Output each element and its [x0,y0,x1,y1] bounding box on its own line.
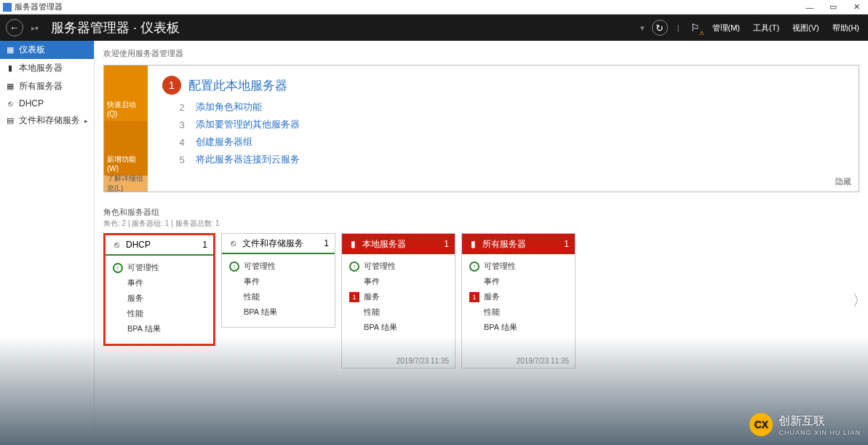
tile-row-label: BPA 结果 [484,322,517,333]
tile-body: ↑可管理性事件性能BPA 结果 [222,254,335,327]
nav-back-button[interactable]: ← [6,19,23,36]
tile-row[interactable]: 事件 [349,274,447,289]
tile-row[interactable]: 1服务 [469,289,568,304]
tile-row-label: 性能 [484,307,500,318]
quickstart-content: 1 配置此本地服务器 2 添加角色和功能 3 添加要管理的其他服务器 4 创建服… [148,66,859,192]
tile-row[interactable]: 性能 [469,304,568,320]
tile-title: DHCP [126,240,151,250]
tile-row-label: 事件 [364,276,380,287]
sidebar-item-local-server[interactable]: ▮ 本地服务器 [0,59,94,77]
tile-0[interactable]: ⎋DHCP1↑可管理性事件服务性能BPA 结果 [103,233,215,346]
qs-tab-quickstart[interactable]: 快速启动(Q) [104,66,148,121]
window-controls: — ▭ ✕ [801,1,865,13]
qs-tab-learnmore[interactable]: 了解详细信息(L) [104,176,148,192]
spacer [469,277,479,287]
quickstart-box: 快速启动(Q) 新增功能(W) 了解详细信息(L) 1 配置此本地服务器 2 添… [103,65,859,192]
sidebar-item-all-servers[interactable]: ▦ 所有服务器 [0,77,94,95]
tile-row[interactable]: ↑可管理性 [113,260,206,275]
tile-row[interactable]: 性能 [229,289,327,304]
tile-count: 1 [202,240,207,250]
spacer [229,307,239,318]
spacer [469,323,479,333]
step-number: 3 [175,119,188,130]
qs-tab-whatsnew[interactable]: 新增功能(W) [104,121,148,176]
tile-row[interactable]: 事件 [229,274,327,289]
window-titlebar: 服务器管理器 — ▭ ✕ [0,0,868,15]
welcome-text: 欢迎使用服务器管理器 [103,48,859,59]
qs-step-4[interactable]: 4 创建服务器组 [175,135,844,149]
tile-row[interactable]: ↑可管理性 [229,259,327,274]
menu-help[interactable]: 帮助(H) [829,21,862,35]
step-number-1: 1 [162,76,181,95]
tile-count: 1 [444,239,449,249]
qs-step-link: 添加角色和功能 [196,101,262,114]
tile-row-label: 事件 [127,277,143,288]
ok-icon: ↑ [113,263,123,273]
tile-row-label: BPA 结果 [364,322,397,333]
sidebar-item-dashboard[interactable]: ▦ 仪表板 [0,41,94,59]
menu-tools[interactable]: 工具(T) [750,21,782,35]
tile-icon: ▮ [348,239,358,249]
tile-row[interactable]: BPA 结果 [349,320,447,335]
tile-row-label: 事件 [484,276,500,287]
qs-step-1[interactable]: 1 配置此本地服务器 [162,76,844,95]
tile-row[interactable]: BPA 结果 [113,321,206,336]
tile-1[interactable]: ⎋文件和存储服务1↑可管理性事件性能BPA 结果 [221,233,335,328]
tile-row[interactable]: BPA 结果 [469,320,568,335]
tile-row[interactable]: 性能 [349,304,447,320]
qs-step-5[interactable]: 5 将此服务器连接到云服务 [175,153,844,166]
tile-row-label: 可管理性 [484,261,516,272]
tile-row[interactable]: BPA 结果 [229,304,327,320]
menu-manage[interactable]: 管理(M) [709,21,744,35]
tile-row[interactable]: 事件 [113,275,206,291]
tile-row[interactable]: 1服务 [349,289,447,304]
sidebar-item-dhcp[interactable]: ⎋ DHCP [0,95,94,111]
tile-row[interactable]: ↑可管理性 [469,259,568,274]
qs-step-3[interactable]: 3 添加要管理的其他服务器 [175,118,844,131]
qs-step-link: 创建服务器组 [196,135,252,149]
scroll-right-button[interactable]: 〉 [853,288,867,313]
tile-row[interactable]: 服务 [113,291,206,306]
watermark-sub: CHUANG XIN HU LIAN [779,429,861,436]
app-icon [3,3,12,12]
refresh-icon[interactable]: ↻ [652,20,668,36]
tile-title: 文件和存储服务 [242,237,303,250]
close-button[interactable]: ✕ [848,1,865,13]
tile-icon: ⎋ [228,238,238,248]
tile-row[interactable]: 性能 [113,306,206,321]
sidebar-label: 文件和存储服务 [19,114,80,127]
spacer [469,307,479,318]
notification-flag-icon[interactable]: ⚐ [689,20,702,35]
nav-forward-button[interactable]: ▸▾ [28,20,42,35]
app-title: 服务器管理器 [15,1,63,12]
roles-section-subtitle: 角色: 2 | 服务器组: 1 | 服务器总数: 1 [103,218,859,229]
hide-link[interactable]: 隐藏 [835,176,851,187]
qs-step-2[interactable]: 2 添加角色和功能 [175,101,844,114]
tile-row[interactable]: 事件 [469,274,568,289]
spacer [349,277,359,287]
tile-row-label: 性能 [127,308,143,319]
tile-row-label: 可管理性 [364,261,396,272]
ok-icon: ↑ [229,261,239,272]
dropdown-icon[interactable]: ▾ [640,23,645,33]
tile-body: ↑可管理性事件服务性能BPA 结果 [105,256,213,344]
tile-3[interactable]: ▮所有服务器1↑可管理性事件1服务性能BPA 结果2019/7/23 11:35 [461,233,576,369]
tile-2[interactable]: ▮本地服务器1↑可管理性事件1服务性能BPA 结果2019/7/23 11:35 [341,233,455,369]
tile-row-label: BPA 结果 [127,323,161,334]
sidebar-item-file-storage[interactable]: ▤ 文件和存储服务 ▸ [0,111,94,130]
tile-icon: ⎋ [111,240,122,250]
sidebar-label: 本地服务器 [19,62,63,74]
maximize-button[interactable]: ▭ [824,1,842,13]
header-left: ← ▸▾ 服务器管理器 · 仪表板 [6,19,180,36]
menu-view[interactable]: 视图(V) [789,21,822,35]
spacer [349,323,359,333]
content-wrap: ▦ 仪表板 ▮ 本地服务器 ▦ 所有服务器 ⎋ DHCP ▤ 文件和存储服务 ▸… [0,41,868,445]
tile-title: 所有服务器 [482,238,526,251]
tile-header: ▮所有服务器1 [462,234,575,254]
tile-row-label: 服务 [484,291,500,302]
tile-header: ⎋DHCP1 [105,235,213,256]
quickstart-left-tabs: 快速启动(Q) 新增功能(W) 了解详细信息(L) [104,66,148,192]
spacer [113,294,123,304]
minimize-button[interactable]: — [801,1,819,13]
tile-row[interactable]: ↑可管理性 [349,259,447,274]
